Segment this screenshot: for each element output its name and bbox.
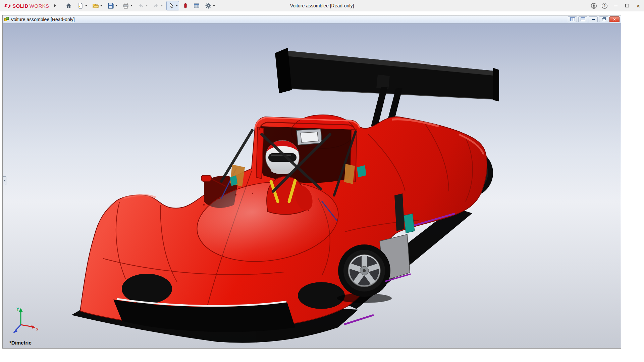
triad-y-axis: Y [16, 307, 23, 325]
spreadsheet-icon [193, 2, 200, 9]
chevron-down-icon [85, 5, 87, 6]
undo-icon [138, 2, 144, 9]
app-titlebar: SOLIDWORKS [0, 0, 644, 11]
svg-text:Y: Y [16, 307, 19, 312]
solidworks-brand: SOLIDWORKS [0, 2, 49, 9]
new-document-button[interactable] [76, 1, 89, 10]
new-document-icon [77, 2, 84, 9]
chevron-down-icon [115, 5, 117, 6]
minimize-icon [592, 19, 595, 20]
solidworks-logo-icon [3, 2, 11, 9]
redo-icon [153, 2, 159, 9]
app-close-button[interactable]: × [633, 0, 644, 11]
viewport-canvas[interactable]: Y x *Dimetric [3, 24, 621, 348]
svg-text:x: x [36, 327, 39, 331]
chevron-down-icon [100, 5, 102, 6]
save-button[interactable] [106, 1, 119, 10]
brand-text-secondary: WORKS [30, 3, 49, 9]
doc-close-button[interactable]: × [609, 16, 620, 22]
view-orientation-label: *Dimetric [9, 340, 32, 346]
minimize-icon [614, 6, 618, 6]
options-button[interactable] [204, 1, 216, 10]
help-button[interactable]: ? [599, 0, 610, 11]
chevron-down-icon [161, 5, 163, 6]
front-right-wheel [298, 282, 345, 309]
feature-panel-collapse-tab[interactable] [3, 176, 6, 185]
doc-minimize-button[interactable] [589, 16, 598, 22]
home-button[interactable] [64, 1, 73, 10]
document-window: Voiture assomblee [Read-only] × [2, 15, 621, 349]
tile-horizontal-button[interactable] [578, 16, 587, 22]
orientation-triad[interactable]: Y x [7, 305, 40, 337]
chevron-left-icon [4, 179, 5, 182]
red-capsule-tool-button[interactable] [181, 1, 190, 10]
rear-left-wheel[interactable] [338, 244, 390, 297]
front-left-wheel [122, 274, 172, 304]
account-icon [591, 3, 597, 9]
print-button[interactable] [121, 1, 134, 10]
rear-wing[interactable] [275, 48, 499, 128]
help-icon: ? [602, 3, 607, 9]
3d-model-scene[interactable] [3, 24, 621, 348]
document-titlebar[interactable]: Voiture assomblee [Read-only] × [3, 15, 621, 24]
assembly-document-icon [4, 17, 9, 22]
restore-icon [602, 18, 605, 21]
document-title: Voiture assomblee [Read-only] [11, 17, 75, 22]
triad-x-axis: x [21, 325, 39, 331]
main-toolbar [64, 1, 216, 10]
open-button[interactable] [91, 1, 104, 10]
redo-button[interactable] [151, 1, 164, 10]
close-icon: × [636, 3, 640, 9]
tile-horizontal-icon [581, 17, 585, 21]
chevron-down-icon [213, 5, 215, 6]
breadcrumb-expand-button[interactable] [54, 4, 56, 7]
undo-button[interactable] [136, 1, 149, 10]
account-button[interactable] [588, 0, 599, 11]
titlebar-right-cluster: ? × [588, 0, 644, 11]
document-window-buttons: × [568, 16, 620, 22]
app-minimize-button[interactable] [610, 0, 621, 11]
chevron-down-icon [130, 5, 132, 6]
doc-restore-button[interactable] [599, 16, 608, 22]
intake-box [297, 129, 322, 145]
home-icon [65, 2, 72, 9]
wing-endplate-right [493, 68, 499, 101]
open-folder-icon [92, 2, 99, 9]
tile-vertical-button[interactable] [568, 16, 577, 22]
triad-z-axis [13, 325, 21, 333]
chevron-down-icon [176, 5, 178, 6]
red-capsule-icon [183, 2, 188, 9]
options-gear-icon [205, 2, 212, 9]
spreadsheet-tool-button[interactable] [192, 1, 201, 10]
app-maximize-button[interactable] [621, 0, 633, 11]
select-cursor-icon [168, 2, 174, 9]
brand-text-primary: SOLID [12, 3, 29, 9]
select-tool-button[interactable] [166, 1, 179, 10]
app-window-title: Voiture assomblee [Read-only] [290, 0, 354, 11]
close-icon: × [613, 17, 616, 21]
tile-vertical-icon [570, 17, 575, 21]
print-icon [122, 2, 129, 9]
chevron-down-icon [146, 5, 148, 6]
maximize-icon [625, 4, 629, 7]
save-icon [107, 2, 114, 9]
